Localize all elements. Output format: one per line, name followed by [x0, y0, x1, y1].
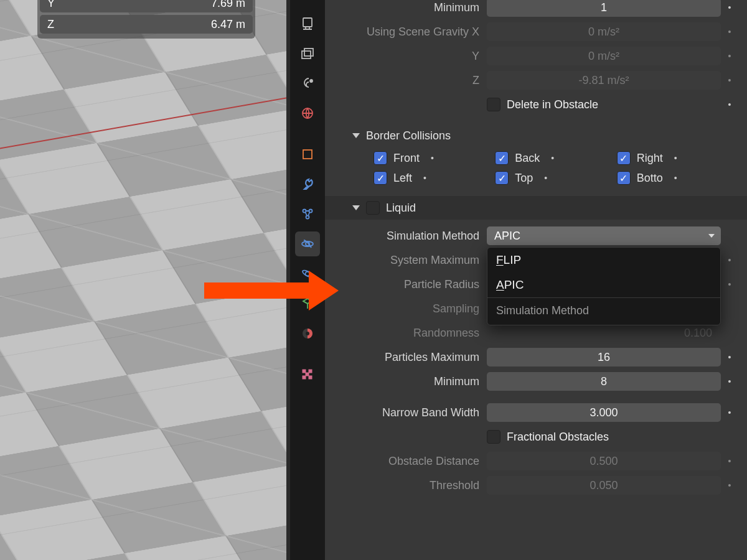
tab-particles[interactable]	[295, 261, 320, 286]
checkbox-icon[interactable]	[617, 171, 631, 185]
threshold-field: 0.050	[487, 476, 721, 495]
tab-object[interactable]	[295, 142, 320, 167]
row-particles-minimum: Minimum 8	[334, 370, 738, 393]
svg-point-12	[301, 269, 313, 278]
svg-point-3	[310, 80, 312, 82]
properties-panel: Minimum 1 Using Scene Gravity X 0 m/s² Y…	[325, 0, 747, 560]
svg-rect-16	[309, 370, 312, 373]
transform-z-row[interactable]: Z 6.47 m	[40, 15, 253, 34]
checkbox-icon[interactable]	[617, 151, 631, 165]
checkbox-icon[interactable]	[495, 151, 509, 165]
bc-back[interactable]: Back•	[495, 151, 616, 165]
row-delete-in-obstacle: Delete in Obstacle	[334, 93, 738, 116]
randomness-field[interactable]: 0.100	[487, 324, 721, 342]
gravity-y-label: Y	[334, 50, 487, 63]
fractional-obstacles-field[interactable]: Fractional Obstacles	[487, 427, 721, 446]
bc-right[interactable]: Right•	[617, 151, 738, 165]
bc-bottom[interactable]: Botto•	[617, 171, 738, 185]
properties-tab-strip	[290, 0, 325, 560]
svg-rect-1	[302, 51, 311, 58]
tab-world[interactable]	[295, 101, 320, 126]
bc-left[interactable]: Left•	[374, 171, 495, 185]
particle-radius-label: Particle Radius	[334, 278, 487, 291]
animate-dot[interactable]: •	[423, 173, 426, 183]
animate-dot[interactable]	[721, 352, 738, 362]
axis-label: Z	[47, 18, 66, 31]
particles-max-field[interactable]: 16	[487, 348, 721, 366]
tab-output[interactable]	[295, 11, 320, 36]
animate-dot[interactable]	[721, 27, 738, 37]
particles-min-field[interactable]: 8	[487, 372, 721, 391]
checkbox-icon[interactable]	[374, 151, 387, 165]
animate-dot[interactable]	[721, 100, 738, 110]
liquid-enable-checkbox[interactable]	[366, 201, 380, 215]
animate-dot[interactable]	[721, 75, 738, 85]
bc-front[interactable]: Front•	[374, 151, 495, 165]
transform-y-row[interactable]: Y 7.69 m	[40, 0, 253, 12]
svg-rect-2	[304, 49, 313, 56]
particles-min-label: Minimum	[334, 375, 487, 388]
animate-dot[interactable]	[721, 255, 738, 265]
obstacle-dist-field: 0.500	[487, 452, 721, 470]
gravity-z-field: -9.81 m/s²	[487, 71, 721, 90]
animate-dot[interactable]	[721, 456, 738, 466]
checkbox-icon[interactable]	[374, 171, 387, 185]
row-fractional-obstacles: Fractional Obstacles	[334, 426, 738, 448]
tab-modifiers[interactable]	[295, 172, 320, 197]
dd-option-flip[interactable]: FLIP	[487, 248, 720, 273]
min-field[interactable]: 1	[487, 0, 721, 17]
row-particles-maximum: Particles Maximum 16	[334, 346, 738, 368]
svg-rect-15	[303, 370, 306, 373]
tab-texture[interactable]	[295, 71, 320, 96]
fractional-obstacles-checkbox[interactable]	[487, 430, 500, 444]
animate-dot[interactable]	[721, 408, 738, 418]
tab-view-layers[interactable]	[295, 41, 320, 66]
animate-dot[interactable]	[721, 51, 738, 61]
checkbox-icon[interactable]	[495, 171, 509, 185]
animate-dot[interactable]: •	[544, 173, 547, 183]
animate-dot[interactable]	[721, 480, 738, 490]
subheader-border-collisions[interactable]: Border Collisions	[334, 124, 738, 147]
gravity-x-field: 0 m/s²	[487, 22, 721, 41]
tab-physics[interactable]	[295, 231, 320, 256]
animate-dot[interactable]: •	[674, 173, 677, 183]
border-collisions-grid: Front• Back• Right• Left• Top• Botto•	[334, 147, 738, 194]
3d-viewport[interactable]: Y 7.69 m Z 6.47 m	[0, 0, 286, 560]
tab-material[interactable]	[295, 321, 320, 346]
row-obstacle-distance: Obstacle Distance 0.500	[334, 450, 738, 472]
svg-point-14	[306, 332, 309, 335]
system-max-label: System Maximum	[334, 254, 487, 267]
animate-dot[interactable]: •	[551, 153, 554, 163]
dd-option-apic[interactable]: APIC	[487, 273, 720, 297]
svg-point-6	[303, 210, 306, 213]
bc-top[interactable]: Top•	[495, 171, 616, 185]
animate-dot[interactable]	[721, 2, 738, 12]
sim-method-value: APIC	[494, 230, 520, 243]
sim-method-select[interactable]: APIC FLIP APIC Simulation Method	[487, 226, 721, 245]
svg-point-8	[306, 216, 309, 219]
particles-max-label: Particles Maximum	[334, 351, 487, 364]
min-label: Minimum	[334, 1, 487, 14]
grid-lines	[0, 0, 286, 560]
svg-rect-5	[303, 150, 312, 159]
obstacle-dist-label: Obstacle Distance	[334, 455, 487, 468]
narrow-band-label: Narrow Band Width	[334, 406, 487, 419]
animate-dot[interactable]	[721, 376, 738, 386]
animate-dot[interactable]: •	[674, 153, 677, 163]
tab-texture-checker[interactable]	[295, 362, 320, 387]
row-gravity-z: Z -9.81 m/s²	[334, 69, 738, 91]
tab-mesh[interactable]	[295, 291, 320, 316]
delete-in-obstacle-checkbox[interactable]	[487, 98, 500, 111]
svg-rect-0	[303, 18, 312, 27]
delete-in-obstacle-field[interactable]: Delete in Obstacle	[487, 95, 721, 114]
animate-dot[interactable]	[721, 279, 738, 289]
animate-dot[interactable]: •	[431, 153, 434, 163]
liquid-title: Liquid	[386, 202, 416, 215]
subheader-liquid[interactable]: Liquid	[325, 196, 747, 220]
tab-constraints[interactable]	[295, 202, 320, 226]
disclosure-triangle-icon	[352, 205, 360, 210]
disclosure-triangle-icon	[352, 133, 360, 138]
narrow-band-field[interactable]: 3.000	[487, 403, 721, 422]
row-gravity-x: Using Scene Gravity X 0 m/s²	[334, 21, 738, 43]
svg-rect-18	[303, 376, 306, 379]
